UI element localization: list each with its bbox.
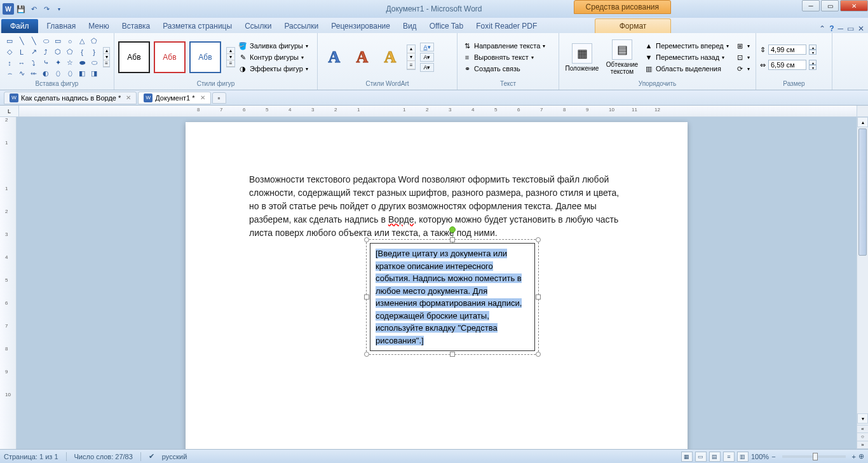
- horizontal-ruler[interactable]: 87654321123456789101112: [19, 106, 857, 116]
- wrap-text-button[interactable]: ▤Обтекание текстом: [603, 38, 641, 76]
- scroll-up-icon[interactable]: ▴: [857, 117, 868, 127]
- wordart-preset-2[interactable]: А: [349, 45, 375, 70]
- shape-gallery-scroll[interactable]: ▴▾≡: [103, 47, 110, 67]
- status-page[interactable]: Страница: 1 из 1: [4, 453, 58, 460]
- wordart-preset-1[interactable]: А: [322, 45, 347, 70]
- prev-page-icon[interactable]: «: [857, 425, 868, 433]
- save-icon[interactable]: 💾: [15, 3, 27, 15]
- mdi-close-icon[interactable]: ✕: [858, 24, 864, 33]
- align-text-button[interactable]: ≡Выровнять текст▾: [461, 52, 546, 62]
- shape-fill-button[interactable]: 🪣Заливка фигуры▾: [237, 41, 309, 51]
- tab-home[interactable]: Главная: [41, 19, 83, 33]
- tab-references[interactable]: Ссылки: [238, 19, 278, 33]
- shape-effects-button[interactable]: ◑Эффекты фигур▾: [237, 64, 309, 74]
- shape-style-gallery[interactable]: Абв Абв Абв ▴▾≡: [118, 41, 235, 73]
- help-icon[interactable]: ?: [829, 24, 834, 33]
- tab-mailings[interactable]: Рассылки: [278, 19, 325, 33]
- status-words[interactable]: Число слов: 27/83: [74, 453, 133, 460]
- tab-foxit[interactable]: Foxit Reader PDF: [470, 19, 543, 33]
- zoom-in-button[interactable]: +: [852, 453, 856, 460]
- tab-insert[interactable]: Вставка: [116, 19, 157, 33]
- view-print-layout[interactable]: ▦: [681, 452, 693, 462]
- word-icon[interactable]: W: [3, 3, 14, 15]
- resize-handle-ne[interactable]: [536, 237, 541, 242]
- status-language[interactable]: русский: [162, 453, 187, 460]
- shape-outline-button[interactable]: ✎Контур фигуры▾: [237, 52, 309, 62]
- tab-review[interactable]: Рецензирование: [325, 19, 397, 33]
- tab-menu[interactable]: Меню: [82, 19, 115, 33]
- undo-icon[interactable]: ↶: [28, 3, 39, 15]
- selection-pane-button[interactable]: ▥Область выделения: [643, 64, 730, 74]
- zoom-value[interactable]: 100%: [751, 453, 769, 460]
- tab-selector[interactable]: L: [0, 106, 19, 116]
- wordart-scroll[interactable]: ▴▾≡: [407, 45, 416, 70]
- tab-format[interactable]: Формат: [595, 18, 671, 33]
- align-button[interactable]: ⊞▾: [735, 41, 751, 51]
- text-effects-button[interactable]: A▾: [420, 63, 434, 72]
- zoom-thumb[interactable]: [813, 453, 818, 460]
- minimize-button[interactable]: ─: [802, 0, 820, 11]
- style-gallery-scroll[interactable]: ▴▾≡: [226, 47, 235, 67]
- style-preset-1[interactable]: Абв: [118, 41, 150, 73]
- zoom-out-button[interactable]: −: [771, 453, 775, 460]
- text-direction-button[interactable]: ⇅Направление текста▾: [461, 41, 546, 51]
- body-paragraph[interactable]: Возможности текстового редактора Word по…: [249, 173, 624, 240]
- wordart-gallery[interactable]: А А А ▴▾≡: [322, 45, 416, 70]
- resize-handle-sw[interactable]: [364, 352, 369, 357]
- redo-icon[interactable]: ↷: [41, 3, 52, 15]
- close-tab-icon[interactable]: ✕: [126, 94, 131, 101]
- textbox-selection[interactable]: [Введите цитату из документа или краткое…: [370, 243, 535, 351]
- position-button[interactable]: ▦Положение: [563, 42, 601, 73]
- qat-more-icon[interactable]: ▾: [53, 3, 65, 15]
- vertical-scrollbar[interactable]: ▴ ▾ « ○ »: [857, 117, 868, 449]
- maximize-button[interactable]: ▭: [821, 0, 839, 11]
- resize-handle-n[interactable]: [450, 237, 455, 242]
- rotate-handle[interactable]: [449, 226, 456, 233]
- resize-handle-w[interactable]: [364, 294, 369, 300]
- tab-office[interactable]: Office Tab: [423, 19, 470, 33]
- fit-button[interactable]: ⊕: [858, 452, 864, 460]
- create-link-button[interactable]: ⚭Создать связь: [461, 64, 546, 74]
- close-button[interactable]: ✕: [840, 0, 868, 11]
- text-outline-button[interactable]: A▾: [420, 53, 434, 62]
- file-tab[interactable]: Файл: [1, 19, 38, 33]
- shape-gallery[interactable]: ▭╲╲⬭▭○△⬠ ◇L↗⤴⬡⬠{} ↕↔⤵⤷✦☆⬬⬭ ⌢∿⬰◐⬯⬯◧◨: [4, 36, 100, 79]
- scroll-thumb[interactable]: [858, 128, 867, 256]
- scroll-down-icon[interactable]: ▾: [857, 413, 868, 424]
- view-draft[interactable]: ▥: [737, 452, 749, 462]
- doc-tab-2[interactable]: W Документ1 * ✕: [138, 92, 210, 104]
- tab-layout[interactable]: Разметка страницы: [156, 19, 238, 33]
- style-preset-3[interactable]: Абв: [189, 41, 221, 73]
- new-tab-button[interactable]: ▫: [212, 92, 226, 104]
- resize-handle-e[interactable]: [536, 294, 541, 300]
- text-fill-button[interactable]: A▾: [420, 43, 434, 52]
- view-web[interactable]: ▤: [709, 452, 721, 462]
- mdi-restore-icon[interactable]: ▭: [847, 24, 854, 33]
- vertical-ruler[interactable]: 2112345678910: [0, 117, 17, 449]
- zoom-slider[interactable]: [782, 455, 846, 458]
- spelling-error[interactable]: Ворде: [388, 214, 414, 225]
- minimize-ribbon-icon[interactable]: ⌃: [819, 24, 825, 33]
- group-button[interactable]: ⊡▾: [735, 52, 751, 62]
- tab-view[interactable]: Вид: [397, 19, 423, 33]
- wordart-preset-3[interactable]: А: [377, 45, 403, 70]
- resize-handle-se[interactable]: [536, 352, 541, 357]
- width-spinner[interactable]: ▴▾: [809, 60, 817, 70]
- height-input[interactable]: [768, 45, 806, 55]
- browse-icon[interactable]: ○: [857, 433, 868, 441]
- height-spinner[interactable]: ▴▾: [809, 45, 817, 55]
- style-preset-2[interactable]: Абв: [154, 41, 186, 73]
- close-tab-icon[interactable]: ✕: [200, 94, 205, 101]
- selection-frame[interactable]: [366, 239, 539, 355]
- mdi-min-icon[interactable]: ─: [837, 24, 843, 33]
- width-input[interactable]: [768, 60, 806, 70]
- spellcheck-icon[interactable]: ✔: [149, 452, 154, 460]
- doc-tab-1[interactable]: W Как сделать надпись в Ворде * ✕: [4, 92, 137, 104]
- rotate-button[interactable]: ⟳▾: [735, 64, 751, 74]
- next-page-icon[interactable]: »: [857, 441, 868, 449]
- send-backward-button[interactable]: ▼Переместить назад▾: [643, 52, 730, 62]
- ruler-toggle[interactable]: [857, 106, 868, 116]
- resize-handle-s[interactable]: [450, 352, 455, 357]
- view-fullscreen[interactable]: ▭: [695, 452, 707, 462]
- document-area[interactable]: Возможности текстового редактора Word по…: [17, 117, 857, 449]
